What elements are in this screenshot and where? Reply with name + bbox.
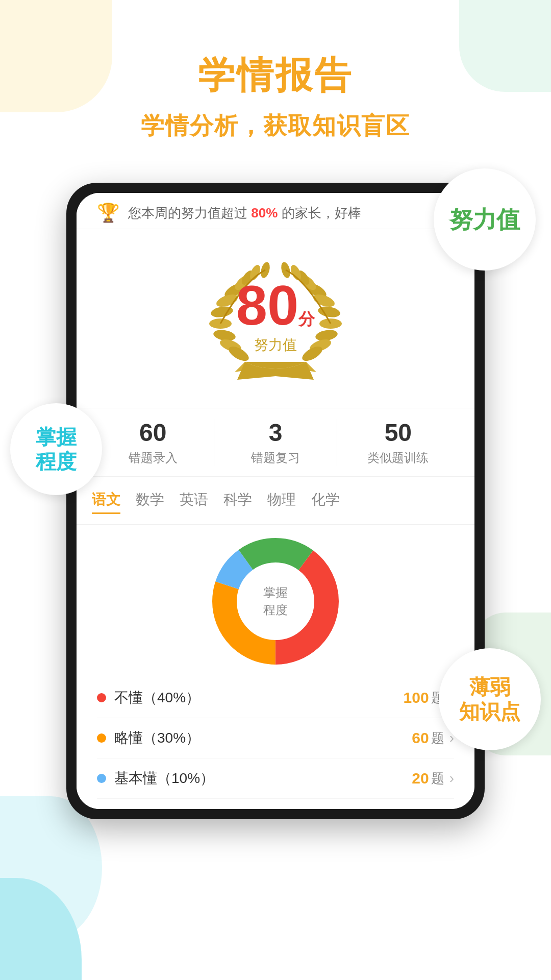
chart-section: 掌握程度 bbox=[77, 525, 474, 673]
legend-item-1[interactable]: 略懂（30%） 60 题 › bbox=[97, 718, 454, 758]
stat-label-0: 错题录入 bbox=[92, 450, 214, 466]
stat-number-0: 60 bbox=[92, 419, 214, 447]
page-title: 学情报告 bbox=[0, 51, 551, 100]
subject-tabs: 语文 数学 英语 科学 物理 化学 bbox=[77, 477, 474, 525]
bubble-effort: 努力值 bbox=[434, 168, 536, 271]
tab-chinese[interactable]: 语文 bbox=[92, 487, 120, 514]
stat-label-2: 类似题训练 bbox=[337, 450, 459, 466]
notification-prefix: 您本周的努力值超过 bbox=[128, 205, 247, 220]
trophy-icon: 🏆 bbox=[97, 202, 120, 224]
legend-unit-2: 题 bbox=[431, 770, 444, 788]
bubble-mastery: 掌握 程度 bbox=[10, 403, 102, 495]
stat-number-2: 50 bbox=[337, 419, 459, 447]
stat-label-1: 错题复习 bbox=[214, 450, 336, 466]
legend-count-2: 20 bbox=[412, 770, 429, 787]
tab-math[interactable]: 数学 bbox=[136, 487, 164, 514]
notification-suffix: 的家长，好棒 bbox=[282, 205, 361, 220]
stat-item-similar-practice: 50 类似题训练 bbox=[337, 419, 459, 466]
bubble-weak-text: 薄弱 知识点 bbox=[459, 675, 520, 724]
notification-highlight: 80% bbox=[251, 205, 278, 220]
notification-bar: 🏆 您本周的努力值超过 80% 的家长，好棒 bbox=[77, 193, 474, 229]
bubble-weak: 薄弱 知识点 bbox=[439, 648, 541, 750]
legend-unit-1: 题 bbox=[431, 729, 444, 747]
stat-item-wrong-review: 3 错题复习 bbox=[214, 419, 337, 466]
stat-item-wrong-entry: 60 错题录入 bbox=[92, 419, 214, 466]
score-section: 80分 努力值 bbox=[77, 229, 474, 408]
pie-center-label: 掌握程度 bbox=[263, 584, 288, 618]
page-subtitle: 学情分析，获取知识盲区 bbox=[0, 110, 551, 142]
legend-dot-1 bbox=[97, 733, 106, 743]
legend-item-2[interactable]: 基本懂（10%） 20 题 › bbox=[97, 758, 454, 799]
tab-chemistry[interactable]: 化学 bbox=[311, 487, 340, 514]
legend-dot-0 bbox=[97, 693, 106, 702]
notification-text: 您本周的努力值超过 80% 的家长，好棒 bbox=[128, 204, 361, 222]
tab-physics[interactable]: 物理 bbox=[267, 487, 296, 514]
score-unit: 分 bbox=[298, 310, 315, 328]
legend-count-1: 60 bbox=[412, 729, 429, 747]
bubble-effort-text: 努力值 bbox=[449, 207, 520, 233]
score-number: 80 bbox=[236, 274, 298, 336]
bubble-mastery-text: 掌握 程度 bbox=[36, 425, 77, 474]
stat-number-1: 3 bbox=[214, 419, 336, 447]
phone-screen: 🏆 您本周的努力值超过 80% 的家长，好棒 bbox=[77, 193, 474, 809]
legend-label-1: 略懂（30%） bbox=[114, 728, 412, 748]
legend-section: 不懂（40%） 100 题 › 略懂（30%） 60 题 › 基本懂（10%） … bbox=[77, 673, 474, 809]
legend-item-0[interactable]: 不懂（40%） 100 题 › bbox=[97, 678, 454, 718]
score-display: 80分 努力值 bbox=[236, 277, 315, 355]
legend-count-0: 100 bbox=[404, 689, 429, 706]
tab-english[interactable]: 英语 bbox=[180, 487, 208, 514]
legend-dot-2 bbox=[97, 774, 106, 783]
legend-arrow-2: › bbox=[449, 770, 454, 787]
pie-chart-container: 掌握程度 bbox=[209, 535, 342, 668]
stats-row: 60 错题录入 3 错题复习 50 类似题训练 bbox=[77, 408, 474, 477]
tab-science[interactable]: 科学 bbox=[223, 487, 252, 514]
score-label: 努力值 bbox=[236, 335, 315, 355]
legend-label-0: 不懂（40%） bbox=[114, 688, 404, 707]
header: 学情报告 学情分析，获取知识盲区 bbox=[0, 0, 551, 142]
legend-label-2: 基本懂（10%） bbox=[114, 769, 412, 788]
phone-mockup: 🏆 您本周的努力值超过 80% 的家长，好棒 bbox=[66, 183, 485, 819]
laurel-container: 80分 努力值 bbox=[184, 244, 367, 398]
phone-frame: 🏆 您本周的努力值超过 80% 的家长，好棒 bbox=[66, 183, 485, 819]
